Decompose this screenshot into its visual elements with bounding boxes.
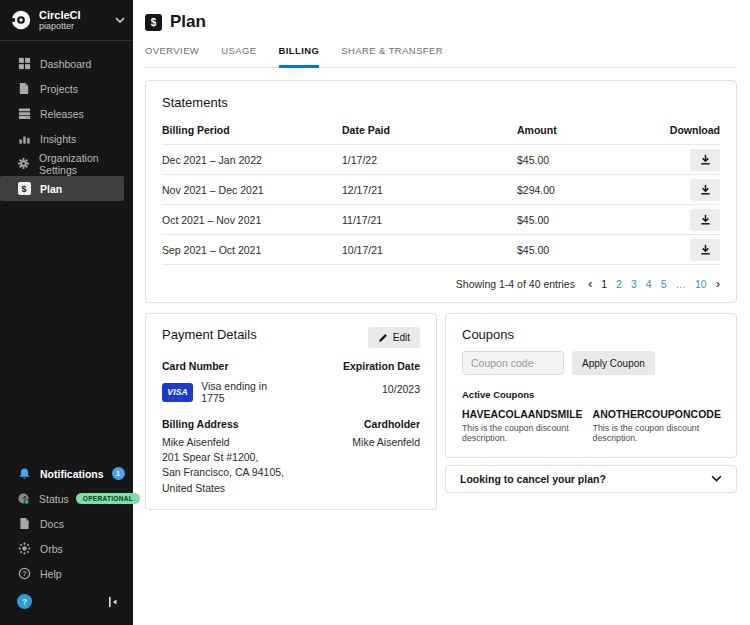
projects-icon [17, 82, 31, 96]
svg-text:?: ? [22, 569, 27, 578]
page-title: Plan [170, 12, 206, 32]
amount-cell: $294.00 [517, 184, 656, 196]
org-names: CircleCI piapotter [39, 9, 115, 32]
sidebar-item-label: Insights [40, 133, 76, 145]
tab-billing[interactable]: BILLING [279, 45, 320, 68]
page-number-2[interactable]: 2 [616, 278, 622, 290]
chevron-down-icon [115, 17, 125, 24]
dollar-icon: $ [17, 182, 31, 196]
tab-overview[interactable]: OVERVIEW [145, 45, 199, 67]
column-billing-period: Billing Period [162, 124, 342, 136]
sidebar-item-label: Docs [40, 518, 64, 530]
list-item: ANOTHERCOUPONCODE This is the coupon dis… [593, 408, 721, 443]
pagination-pages: ‹ 1 2 3 4 5 … 10 › [588, 277, 720, 290]
sidebar-item-releases[interactable]: Releases [0, 101, 133, 126]
tab-share-transfer[interactable]: SHARE & TRANSFER [341, 45, 443, 67]
sidebar-item-notifications[interactable]: Notifications 1 [0, 461, 133, 486]
document-icon [17, 517, 31, 531]
table-row: Dec 2021 – Jan 2022 1/17/22 $45.00 [162, 144, 720, 174]
card-ending-text: Visa ending in 1775 [201, 380, 291, 404]
page-ellipsis: … [675, 278, 686, 290]
sidebar-item-label: Status [39, 493, 69, 505]
download-icon [699, 243, 712, 256]
next-page-icon[interactable]: › [716, 277, 720, 290]
apply-coupon-button[interactable]: Apply Coupon [572, 351, 655, 375]
sidebar-item-help[interactable]: ? Help [0, 561, 133, 586]
expiration-date-label: Expiration Date [291, 360, 420, 372]
sidebar-item-label: Notifications [40, 468, 104, 480]
address-line-1: Mike Aisenfeld [162, 435, 291, 450]
sidebar-item-projects[interactable]: Projects [0, 76, 133, 101]
download-icon [699, 153, 712, 166]
circleci-logo-icon [10, 9, 32, 31]
cancel-plan-label: Looking to cancel your plan? [460, 473, 606, 485]
billing-address-label: Billing Address [162, 418, 291, 430]
date-paid-cell: 12/17/21 [342, 184, 517, 196]
page-number-1[interactable]: 1 [601, 278, 607, 290]
download-statement-button[interactable] [690, 149, 720, 171]
sidebar-item-docs[interactable]: Docs [0, 511, 133, 536]
amount-cell: $45.00 [517, 214, 656, 226]
sidebar-item-dashboard[interactable]: Dashboard [0, 51, 133, 76]
column-amount: Amount [517, 124, 656, 136]
sidebar-item-label: Help [40, 568, 62, 580]
page-number-3[interactable]: 3 [631, 278, 637, 290]
table-row: Sep 2021 – Oct 2021 10/17/21 $45.00 [162, 234, 720, 264]
column-date-paid: Date Paid [342, 124, 517, 136]
cardholder-label: Cardholder [291, 418, 420, 430]
coupons-card: Coupons Apply Coupon Active Coupons HAVE… [445, 313, 737, 458]
statements-table-header: Billing Period Date Paid Amount Download [162, 124, 720, 144]
billing-period-cell: Dec 2021 – Jan 2022 [162, 154, 342, 166]
page-number-4[interactable]: 4 [646, 278, 652, 290]
edit-button-label: Edit [393, 332, 410, 343]
pencil-icon [378, 333, 388, 343]
tab-usage[interactable]: USAGE [221, 45, 256, 67]
billing-period-cell: Oct 2021 – Nov 2021 [162, 214, 342, 226]
right-column: Coupons Apply Coupon Active Coupons HAVE… [445, 313, 737, 510]
amount-cell: $45.00 [517, 154, 656, 166]
sidebar-nav: Dashboard Projects Releases Insights Org… [0, 51, 133, 201]
dashboard-icon [17, 57, 31, 71]
expiration-date-value: 10/2023 [291, 383, 420, 395]
page-number-5[interactable]: 5 [661, 278, 667, 290]
download-statement-button[interactable] [690, 179, 720, 201]
sidebar-item-status[interactable]: Status OPERATIONAL [0, 486, 133, 511]
payment-details-title: Payment Details [162, 327, 257, 342]
orb-icon [17, 542, 31, 556]
cancel-plan-expander[interactable]: Looking to cancel your plan? [445, 465, 737, 493]
sidebar: CircleCI piapotter Dashboard Projects Re… [0, 0, 133, 625]
status-gauge-icon [17, 492, 30, 506]
coupon-code: ANOTHERCOUPONCODE [593, 408, 721, 420]
sidebar-item-insights[interactable]: Insights [0, 126, 133, 151]
amount-cell: $45.00 [517, 244, 656, 256]
table-row: Nov 2021 – Dec 2021 12/17/21 $294.00 [162, 174, 720, 204]
download-statement-button[interactable] [690, 239, 720, 261]
sidebar-item-plan[interactable]: $ Plan [0, 176, 124, 201]
sidebar-item-label: Plan [40, 183, 62, 195]
page-number-10[interactable]: 10 [695, 278, 707, 290]
dollar-square-icon: $ [145, 14, 162, 31]
download-statement-button[interactable] [690, 209, 720, 231]
sidebar-bottom: Notifications 1 Status OPERATIONAL Docs … [0, 461, 133, 625]
cardholder-value: Mike Aisenfeld [291, 435, 420, 496]
billing-period-cell: Nov 2021 – Dec 2021 [162, 184, 342, 196]
download-icon [699, 183, 712, 196]
download-icon [699, 213, 712, 226]
sidebar-item-orbs[interactable]: Orbs [0, 536, 133, 561]
previous-page-icon[interactable]: ‹ [588, 277, 592, 290]
page-header: $ Plan [145, 12, 737, 32]
billing-period-cell: Sep 2021 – Oct 2021 [162, 244, 342, 256]
plan-tabs: OVERVIEW USAGE BILLING SHARE & TRANSFER [145, 45, 737, 68]
edit-payment-button[interactable]: Edit [368, 327, 420, 348]
sidebar-item-label: Orbs [40, 543, 63, 555]
coupon-description: This is the coupon discount description. [593, 423, 721, 443]
status-operational-badge: OPERATIONAL [76, 493, 140, 504]
help-widget-button[interactable]: ? [17, 594, 32, 609]
org-switcher[interactable]: CircleCI piapotter [0, 0, 133, 41]
payment-details-card: Payment Details Edit Card Number Expirat… [145, 313, 437, 510]
coupon-code-input[interactable] [462, 351, 564, 375]
collapse-sidebar-icon[interactable] [107, 596, 119, 608]
sidebar-item-organization-settings[interactable]: Organization Settings [0, 151, 133, 176]
billing-address-value: Mike Aisenfeld 201 Spear St #1200, San F… [162, 435, 291, 496]
gear-icon [17, 157, 30, 171]
